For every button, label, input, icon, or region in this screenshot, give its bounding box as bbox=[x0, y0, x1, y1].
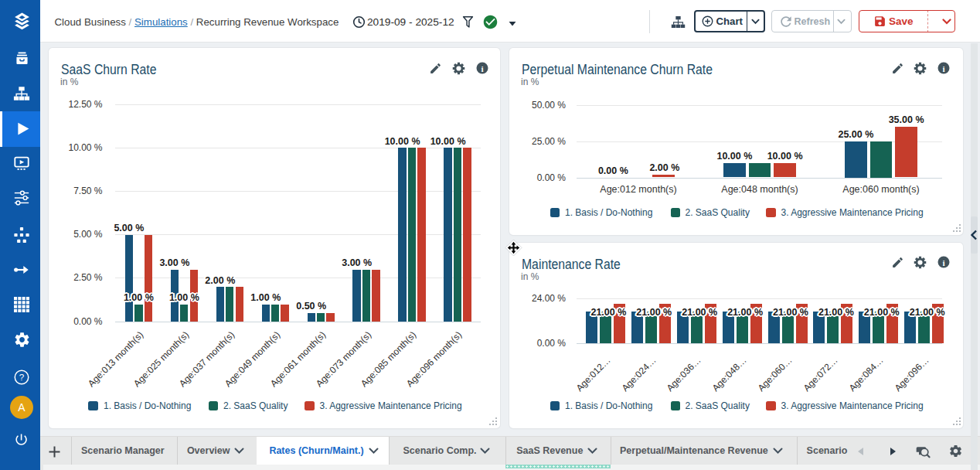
svg-text:i: i bbox=[481, 64, 483, 73]
svg-text:i: i bbox=[942, 258, 944, 267]
svg-text:?: ? bbox=[19, 372, 25, 382]
svg-text:i: i bbox=[942, 64, 944, 73]
